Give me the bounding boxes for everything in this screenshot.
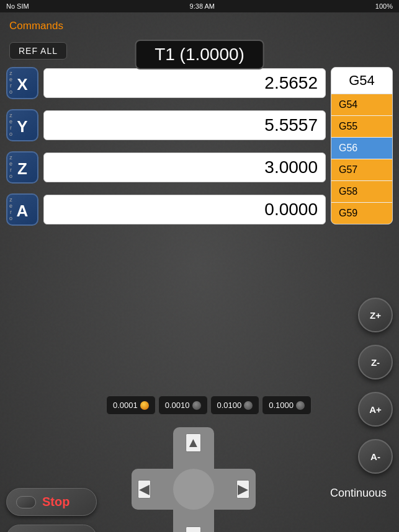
axis-letter-z: Z: [17, 159, 27, 179]
dpad-left-button[interactable]: ◀: [138, 480, 151, 499]
increment-0100[interactable]: 0.0100: [210, 396, 260, 415]
battery: 100%: [375, 2, 393, 10]
zero-label-a: zero: [9, 197, 12, 221]
stop-label: Stop: [42, 495, 69, 509]
axis-letter-y: Y: [17, 117, 27, 136]
dpad-cross: ▲ ▼ ◀ ▶: [132, 427, 256, 532]
gray-dot-inc2: [192, 401, 201, 410]
gcode-dropdown[interactable]: G54 G54 G55 G56 G57 G58 G59: [331, 67, 393, 224]
dpad-center-button[interactable]: [173, 469, 214, 510]
bottom-buttons: Stop Coolant: [6, 488, 97, 532]
axes-section: zero X 2.5652 REF X G54 G54 G55 G56 G57 …: [0, 64, 399, 228]
increment-0010[interactable]: 0.0010: [158, 396, 208, 415]
increment-0010-label: 0.0010: [165, 401, 190, 410]
gcode-item-g54[interactable]: G54: [331, 94, 392, 116]
gcode-item-g58[interactable]: G58: [331, 181, 392, 203]
axis-value-z: 3.0000: [43, 153, 326, 182]
increment-0001-label: 0.0001: [113, 401, 138, 410]
continuous-container: Continuous: [318, 239, 393, 241]
axis-z-button[interactable]: zero Z: [6, 151, 38, 184]
carrier: No SIM: [6, 2, 29, 10]
axis-a-button[interactable]: zero A: [6, 193, 38, 226]
gray-dot-inc3: [244, 401, 253, 410]
increment-1000[interactable]: 0.1000: [262, 396, 312, 415]
status-bar: No SIM 9:38 AM 100%: [0, 0, 399, 12]
gray-dot-inc4: [296, 401, 305, 410]
stop-button[interactable]: Stop: [6, 488, 97, 516]
top-row: REF ALL T1 (1.0000): [0, 40, 399, 62]
zero-label-y: zero: [9, 112, 12, 137]
gcode-item-g56[interactable]: G56: [331, 138, 392, 159]
gcode-item-g57[interactable]: G57: [331, 159, 392, 181]
gcode-header: G54: [331, 68, 392, 94]
side-buttons: Z+ Z- A+ A-: [358, 298, 393, 474]
zero-label-x: zero: [9, 70, 12, 95]
gcode-item-g55[interactable]: G55: [331, 116, 392, 138]
axis-value-x: 2.5652: [43, 68, 326, 98]
ref-all-button[interactable]: REF ALL: [9, 42, 67, 60]
increment-1000-label: 0.1000: [269, 401, 294, 410]
dpad-container: ▲ ▼ ◀ ▶: [132, 427, 268, 532]
axis-row-x: zero X 2.5652 REF X G54 G54 G55 G56 G57 …: [6, 64, 393, 102]
increment-0001[interactable]: 0.0001: [106, 396, 156, 415]
time: 9:38 AM: [190, 2, 215, 10]
axis-letter-x: X: [17, 75, 27, 94]
gcode-item-g59[interactable]: G59: [331, 203, 392, 224]
orange-dot-inc1: [140, 401, 149, 410]
a-plus-button[interactable]: A+: [358, 392, 393, 427]
axis-value-a: 0.0000: [43, 195, 326, 224]
zero-label-z: zero: [9, 154, 12, 179]
axis-value-y: 5.5557: [43, 110, 326, 140]
commands-button[interactable]: Commands: [9, 20, 63, 32]
axis-y-button[interactable]: zero Y: [6, 109, 38, 141]
a-minus-button[interactable]: A-: [358, 439, 393, 474]
increment-row: 0.0001 0.0010 0.0100 0.1000: [0, 396, 399, 415]
axis-letter-a: A: [17, 202, 29, 221]
increment-0100-label: 0.0100: [217, 401, 242, 410]
dpad-down-button[interactable]: ▼: [186, 526, 202, 532]
z-minus-button[interactable]: Z-: [358, 345, 393, 379]
axis-x-button[interactable]: zero X: [6, 67, 38, 99]
tool-display: T1 (1.0000): [135, 40, 264, 69]
stop-toggle[interactable]: [16, 496, 36, 508]
dpad-right-button[interactable]: ▶: [236, 480, 249, 499]
header: Commands: [0, 12, 399, 40]
z-plus-button[interactable]: Z+: [358, 298, 393, 332]
dpad-up-button[interactable]: ▲: [186, 433, 202, 452]
coolant-button[interactable]: Coolant: [6, 525, 97, 532]
